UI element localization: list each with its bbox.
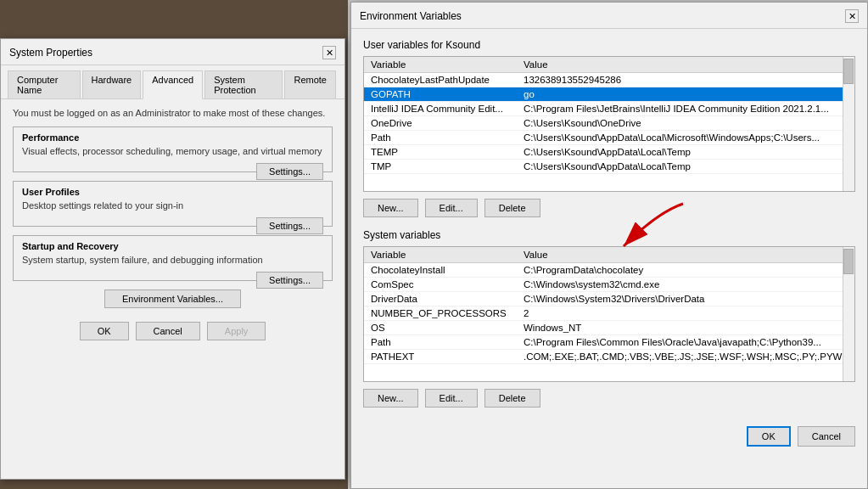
sys-props-button-row: OK Cancel Apply [13,315,333,347]
startup-recovery-section: Startup and Recovery System startup, sys… [13,235,333,281]
system-var-value: C:\Windows\System32\Drivers\DriverData [517,292,854,306]
user-var-value: 132638913552945286 [517,73,854,87]
system-vars-new-button[interactable]: New... [363,389,418,408]
system-var-value: Windows_NT [517,321,854,335]
system-vars-scrollbar[interactable] [843,247,854,381]
user-profiles-label: User Profiles [22,187,323,197]
user-profiles-section: User Profiles Desktop settings related t… [13,181,333,227]
user-var-variable: OneDrive [364,116,517,131]
user-var-variable: TEMP [364,145,517,160]
user-var-value: go [517,87,854,102]
system-vars-scrollbar-thumb[interactable] [843,249,854,274]
user-var-row[interactable]: ChocolateyLastPathUpdate1326389135529452… [364,73,854,87]
env-vars-content: User variables for Ksound Variable Value… [351,29,867,464]
system-var-row[interactable]: ComSpecC:\Windows\system32\cmd.exe [364,278,854,292]
system-var-variable: DriverData [364,292,517,306]
env-vars-titlebar: Environment Variables ✕ [351,3,867,29]
system-var-row[interactable]: PathC:\Program Files\Common Files\Oracle… [364,335,854,350]
system-vars-col-variable: Variable [364,247,517,263]
system-properties-close-button[interactable]: ✕ [322,46,336,59]
system-var-variable: Path [364,335,517,350]
system-var-row[interactable]: PATHEXT.COM;.EXE;.BAT;.CMD;.VBS;.VBE;.JS… [364,350,854,364]
system-var-row[interactable]: ChocolateyInstallC:\ProgramData\chocolat… [364,263,854,278]
system-var-row[interactable]: NUMBER_OF_PROCESSORS2 [364,306,854,321]
env-vars-ok-button[interactable]: OK [747,426,791,447]
user-var-variable: TMP [364,160,517,174]
user-vars-col-value: Value [517,57,854,73]
user-profiles-desc: Desktop settings related to your sign-in [22,200,323,211]
user-vars-scrollbar-thumb[interactable] [843,59,854,84]
system-vars-button-row: New... Edit... Delete [363,389,855,408]
performance-settings-button[interactable]: Settings... [256,163,323,180]
sys-props-cancel-button[interactable]: Cancel [136,322,200,340]
sys-props-apply-button[interactable]: Apply [207,322,266,340]
user-vars-col-variable: Variable [364,57,517,73]
system-var-value: .COM;.EXE;.BAT;.CMD;.VBS;.VBE;.JS;.JSE;.… [517,350,854,364]
admin-notice: You must be logged on as an Administrato… [13,108,333,118]
performance-section: Performance Visual effects, processor sc… [13,126,333,172]
system-var-value: C:\Program Files\Common Files\Oracle\Jav… [517,335,854,350]
tab-remote[interactable]: Remote [284,70,336,98]
user-vars-table: Variable Value ChocolateyLastPathUpdate1… [364,57,854,174]
user-var-row[interactable]: IntelliJ IDEA Community Edit...C:\Progra… [364,102,854,116]
user-var-variable: GOPATH [364,87,517,102]
system-vars-section-title: System variables [363,229,855,241]
sys-props-ok-button[interactable]: OK [80,322,129,340]
user-var-value: C:\Users\Ksound\AppData\Local\Microsoft\… [517,131,854,145]
env-vars-cancel-button[interactable]: Cancel [798,426,855,447]
user-var-value: C:\Users\Ksound\AppData\Local\Temp [517,160,854,174]
user-var-value: C:\Program Files\JetBrains\IntelliJ IDEA… [517,102,854,116]
environment-variables-window: Environment Variables ✕ User variables f… [350,2,868,489]
user-var-variable: Path [364,131,517,145]
system-var-row[interactable]: DriverDataC:\Windows\System32\Drivers\Dr… [364,292,854,306]
user-var-value: C:\Users\Ksound\AppData\Local\Temp [517,145,854,160]
system-var-variable: NUMBER_OF_PROCESSORS [364,306,517,321]
system-var-value: 2 [517,306,854,321]
user-vars-section-title: User variables for Ksound [363,39,855,51]
tab-advanced[interactable]: Advanced [143,70,203,99]
user-vars-table-container: Variable Value ChocolateyLastPathUpdate1… [363,56,855,192]
user-var-row[interactable]: TMPC:\Users\Ksound\AppData\Local\Temp [364,160,854,174]
user-var-row[interactable]: TEMPC:\Users\Ksound\AppData\Local\Temp [364,145,854,160]
performance-label: Performance [22,132,323,143]
startup-recovery-label: Startup and Recovery [22,241,323,251]
tab-system-protection[interactable]: System Protection [204,70,283,98]
user-vars-edit-button[interactable]: Edit... [425,199,478,217]
system-vars-col-value: Value [517,247,854,263]
user-var-variable: ChocolateyLastPathUpdate [364,73,517,87]
system-vars-table-container: Variable Value ChocolateyInstallC:\Progr… [363,246,855,382]
system-var-variable: ComSpec [364,278,517,292]
system-var-value: C:\ProgramData\chocolatey [517,263,854,278]
system-properties-title: System Properties [9,47,92,59]
system-var-value: C:\Windows\system32\cmd.exe [517,278,854,292]
user-var-row[interactable]: OneDriveC:\Users\Ksound\OneDrive [364,116,854,131]
performance-desc: Visual effects, processor scheduling, me… [22,146,323,156]
user-var-row[interactable]: GOPATHgo [364,87,854,102]
tab-computer-name[interactable]: Computer Name [8,70,81,98]
startup-recovery-desc: System startup, system failure, and debu… [22,255,323,265]
system-properties-window: System Properties ✕ Computer Name Hardwa… [0,38,345,480]
system-var-row[interactable]: OSWindows_NT [364,321,854,335]
system-vars-edit-button[interactable]: Edit... [425,389,478,408]
user-vars-delete-button[interactable]: Delete [484,199,540,217]
system-var-variable: ChocolateyInstall [364,263,517,278]
user-var-value: C:\Users\Ksound\OneDrive [517,116,854,131]
environment-variables-button[interactable]: Environment Variables... [104,289,241,308]
system-vars-table: Variable Value ChocolateyInstallC:\Progr… [364,247,854,364]
user-vars-new-button[interactable]: New... [363,199,418,217]
system-var-variable: OS [364,321,517,335]
env-vars-title: Environment Variables [360,10,462,22]
user-var-variable: IntelliJ IDEA Community Edit... [364,102,517,116]
user-vars-scrollbar[interactable] [843,57,854,191]
env-vars-bottom-button-row: OK Cancel [363,419,855,453]
env-vars-close-button[interactable]: ✕ [845,9,859,23]
system-properties-titlebar: System Properties ✕ [1,39,344,65]
system-vars-delete-button[interactable]: Delete [484,389,540,408]
user-profiles-settings-button[interactable]: Settings... [256,217,323,234]
system-properties-content: You must be logged on as an Administrato… [1,99,344,356]
user-vars-button-row: New... Edit... Delete [363,199,855,217]
startup-recovery-settings-button[interactable]: Settings... [256,272,323,289]
tab-hardware[interactable]: Hardware [82,70,142,98]
system-properties-tabs: Computer Name Hardware Advanced System P… [1,65,344,99]
user-var-row[interactable]: PathC:\Users\Ksound\AppData\Local\Micros… [364,131,854,145]
